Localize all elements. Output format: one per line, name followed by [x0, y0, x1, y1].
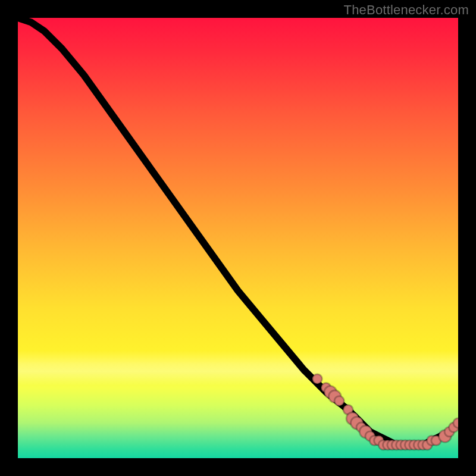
chart-frame: TheBottlenecker.com: [0, 0, 476, 476]
scatter-dot: [312, 374, 322, 384]
plot-area: [18, 18, 458, 458]
bottleneck-curve: [18, 18, 458, 445]
chart-svg: [18, 18, 458, 458]
scatter-dot: [453, 418, 458, 428]
scatter-dot: [334, 396, 344, 406]
watermark-text: TheBottlenecker.com: [344, 2, 469, 18]
